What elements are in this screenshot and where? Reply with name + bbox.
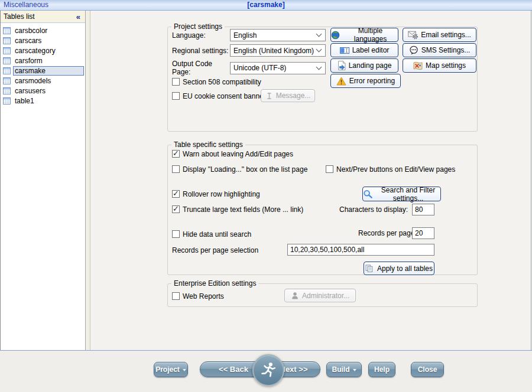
- records-selection-input[interactable]: [287, 244, 434, 256]
- table-icon: [3, 77, 11, 84]
- hide-data-row: Hide data until search: [172, 230, 251, 239]
- settings-panel: Project settings Language: English Regio…: [90, 11, 531, 350]
- tables-sidebar: Tables list « carsbcolor carscars carsca…: [0, 11, 86, 350]
- help-button[interactable]: Help: [368, 362, 395, 377]
- globe-icon: [331, 31, 340, 40]
- label-editor-button[interactable]: Label editor: [330, 43, 398, 57]
- label-editor-icon: [340, 47, 349, 54]
- table-icon: [3, 27, 11, 34]
- truncate-checkbox[interactable]: [172, 205, 180, 213]
- administrator-button: Administrator...: [284, 289, 356, 302]
- apply-to-all-tables-button[interactable]: Apply to all tables: [364, 262, 434, 275]
- map-settings-button[interactable]: Map settings: [403, 58, 476, 73]
- table-icon: [3, 37, 11, 44]
- page-arrow-icon: [338, 61, 346, 70]
- records-per-page-label: Records per page: [358, 229, 414, 237]
- back-button[interactable]: << Back: [210, 362, 257, 377]
- search-filter-settings-button[interactable]: Search and Filter settings...: [362, 187, 441, 201]
- chevron-down-icon: [316, 64, 322, 70]
- nextprev-checkbox[interactable]: [326, 165, 333, 173]
- table-item-carscars[interactable]: carscars: [1, 35, 85, 45]
- table-item-carscategory[interactable]: carscategory: [1, 45, 85, 55]
- loading-row: Display "Loading..." box on the list pag…: [172, 165, 307, 174]
- output-code-page-value: Unicode (UTF-8): [233, 64, 286, 72]
- rollover-checkbox[interactable]: [172, 190, 180, 198]
- table-icon: [3, 67, 11, 74]
- rollover-row: Rollover row highlighting: [172, 190, 260, 198]
- output-code-page-select[interactable]: Unicode (UTF-8): [230, 62, 326, 74]
- collapse-sidebar-icon[interactable]: «: [76, 12, 80, 21]
- eu-cookie-label: EU cookie consent banner: [183, 92, 266, 100]
- nextprev-label: Next/Prev buttons on Edit/View pages: [336, 165, 455, 174]
- table-item-carsbcolor[interactable]: carsbcolor: [1, 25, 85, 35]
- message-button: Message...: [261, 89, 315, 102]
- table-item-label: carsmake: [13, 66, 84, 76]
- table-specific-settings-group: Table specific settings Warn about leavi…: [167, 145, 478, 275]
- table-item-carsusers[interactable]: carsusers: [1, 86, 85, 96]
- loading-checkbox[interactable]: [172, 165, 180, 173]
- tables-list-title: Tables list: [4, 12, 35, 21]
- table-icon: [3, 87, 11, 94]
- project-menu-button[interactable]: Project: [154, 362, 188, 377]
- table-item-label: carsusers: [13, 86, 84, 96]
- eu-cookie-checkbox[interactable]: [172, 92, 180, 100]
- web-reports-row: Web Reports: [172, 292, 224, 300]
- section508-row: Section 508 compatibility: [172, 77, 261, 86]
- build-menu-button[interactable]: Build: [326, 362, 362, 377]
- sms-settings-button[interactable]: SMS Settings...: [403, 43, 476, 57]
- table-icon: [3, 47, 11, 54]
- hide-data-checkbox[interactable]: [172, 230, 180, 238]
- sidebar-scrollbar[interactable]: [86, 11, 90, 350]
- multiple-languages-button[interactable]: Multiple languages: [330, 28, 398, 42]
- codepage-row: Output Code Page: Unicode (UTF-8): [172, 60, 326, 76]
- landing-page-button[interactable]: Landing page: [330, 58, 398, 73]
- title-bar: Miscellaneous [carsmake]: [0, 0, 532, 11]
- records-selection-label: Records per page selection: [172, 246, 258, 254]
- output-code-page-label: Output Code Page:: [172, 60, 230, 76]
- tables-list: carsbcolor carscars carscategory carsfor…: [1, 23, 85, 106]
- warn-label: Warn about leaving Add/Edit pages: [183, 150, 293, 158]
- section508-checkbox[interactable]: [172, 78, 180, 86]
- warning-icon: [336, 77, 346, 86]
- table-icon: [3, 97, 11, 104]
- table-item-carsform[interactable]: carsform: [1, 55, 85, 66]
- speech-bubble-icon: [409, 45, 419, 55]
- group-title: Enterprise Edition settings: [171, 279, 258, 288]
- warn-checkbox[interactable]: [172, 150, 180, 158]
- regional-settings-value: English (United Kingdom): [233, 47, 314, 55]
- language-label: Language:: [172, 31, 230, 40]
- language-row: Language: English: [172, 29, 326, 41]
- search-icon: [363, 190, 373, 198]
- regional-settings-label: Regional settings:: [172, 47, 230, 55]
- person-icon: [291, 292, 299, 300]
- section508-label: Section 508 compatibility: [183, 78, 261, 86]
- email-settings-button[interactable]: Email settings...: [403, 28, 476, 42]
- dropdown-arrow-icon: [353, 369, 356, 371]
- run-button[interactable]: [252, 354, 284, 386]
- hide-data-label: Hide data until search: [183, 230, 251, 239]
- group-title: Table specific settings: [171, 141, 245, 149]
- table-item-carsmake[interactable]: carsmake: [1, 66, 85, 76]
- table-icon: [3, 57, 11, 64]
- chevron-down-icon: [316, 31, 322, 37]
- language-select[interactable]: English: [230, 29, 326, 41]
- records-per-page-input[interactable]: [412, 227, 434, 239]
- project-settings-group: Project settings Language: English Regio…: [167, 27, 478, 132]
- current-table-title: [carsmake]: [0, 0, 532, 10]
- close-button[interactable]: Close: [411, 362, 444, 377]
- table-item-label: table1: [13, 96, 84, 106]
- web-reports-checkbox[interactable]: [172, 292, 180, 300]
- tables-list-header: Tables list «: [1, 11, 85, 23]
- web-reports-label: Web Reports: [183, 292, 224, 300]
- regional-settings-select[interactable]: English (United Kingdom): [230, 44, 326, 57]
- table-item-carsmodels[interactable]: carsmodels: [1, 76, 85, 86]
- error-reporting-button[interactable]: Error reporting: [330, 74, 401, 88]
- chevron-down-icon: [316, 47, 322, 53]
- runner-icon: [259, 361, 277, 379]
- copy-icon: [365, 264, 374, 273]
- characters-to-display-input[interactable]: [412, 204, 434, 215]
- table-item-table1[interactable]: table1: [1, 96, 85, 106]
- dropdown-arrow-icon: [183, 369, 186, 371]
- truncate-row: Truncate large text fields (More ... lin…: [172, 205, 303, 214]
- language-value: English: [233, 31, 257, 40]
